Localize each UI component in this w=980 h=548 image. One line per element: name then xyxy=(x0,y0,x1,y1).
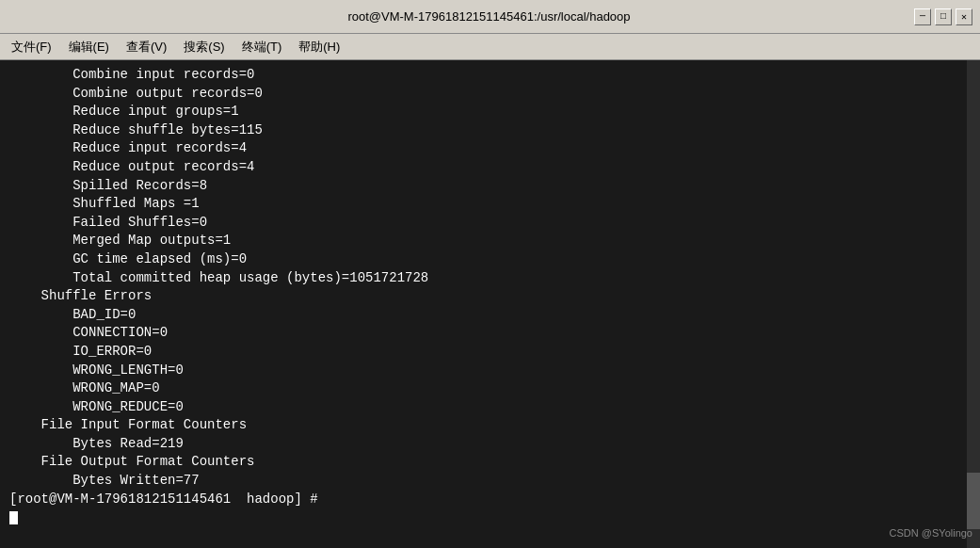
window-controls: ─ □ ✕ xyxy=(914,8,972,25)
menu-edit[interactable]: 编辑(E) xyxy=(61,37,117,57)
menu-bar: 文件(F) 编辑(E) 查看(V) 搜索(S) 终端(T) 帮助(H) xyxy=(0,34,980,60)
terminal-line-11: Total committed heap usage (bytes)=10517… xyxy=(9,269,971,288)
terminal-line-6: Spilled Records=8 xyxy=(9,177,971,196)
minimize-button[interactable]: ─ xyxy=(914,8,931,25)
terminal-line-20: Bytes Read=219 xyxy=(9,435,971,454)
terminal-line-4: Reduce input records=4 xyxy=(9,139,971,158)
terminal-line-8: Failed Shuffles=0 xyxy=(9,214,971,233)
terminal-line-2: Reduce input groups=1 xyxy=(9,103,971,121)
close-button[interactable]: ✕ xyxy=(956,8,972,25)
watermark: CSDN @SYolingo xyxy=(890,526,972,540)
terminal-line-12: Shuffle Errors xyxy=(9,287,971,306)
maximize-button[interactable]: □ xyxy=(935,8,952,25)
menu-search[interactable]: 搜索(S) xyxy=(176,37,232,57)
menu-help[interactable]: 帮助(H) xyxy=(291,37,347,57)
menu-view[interactable]: 查看(V) xyxy=(119,37,174,57)
title-bar: root@VM-M-17961812151145461:/usr/local/h… xyxy=(0,0,980,34)
terminal-line-22: Bytes Written=77 xyxy=(9,472,971,491)
terminal-prompt: [root@VM-M-17961812151145461 hadoop] # xyxy=(9,491,971,509)
terminal-line-21: File Output Format Counters xyxy=(9,453,971,472)
scrollbar-thumb[interactable] xyxy=(967,473,980,529)
terminal-body[interactable]: Combine input records=0 Combine output r… xyxy=(0,60,980,548)
terminal-output: Combine input records=0 Combine output r… xyxy=(9,66,971,491)
menu-file[interactable]: 文件(F) xyxy=(4,37,59,57)
terminal-line-18: WRONG_REDUCE=0 xyxy=(9,398,971,417)
window-title: root@VM-M-17961812151145461:/usr/local/h… xyxy=(64,9,914,24)
terminal-line-3: Reduce shuffle bytes=115 xyxy=(9,121,971,140)
terminal-line-1: Combine output records=0 xyxy=(9,85,971,104)
menu-terminal[interactable]: 终端(T) xyxy=(234,37,290,57)
terminal-line-13: BAD_ID=0 xyxy=(9,306,971,325)
terminal-line-0: Combine input records=0 xyxy=(9,66,971,85)
terminal-line-14: CONNECTION=0 xyxy=(9,324,971,343)
terminal-line-9: Merged Map outputs=1 xyxy=(9,232,971,250)
terminal-line-16: WRONG_LENGTH=0 xyxy=(9,362,971,380)
terminal-line-17: WRONG_MAP=0 xyxy=(9,379,971,398)
terminal-line-5: Reduce output records=4 xyxy=(9,158,971,177)
terminal-prompt-line: [root@VM-M-17961812151145461 hadoop] # xyxy=(9,491,971,527)
terminal-window: root@VM-M-17961812151145461:/usr/local/h… xyxy=(0,0,980,548)
terminal-cursor xyxy=(9,511,18,524)
scrollbar[interactable] xyxy=(967,60,980,548)
terminal-line-10: GC time elapsed (ms)=0 xyxy=(9,250,971,269)
terminal-line-19: File Input Format Counters xyxy=(9,416,971,435)
terminal-line-15: IO_ERROR=0 xyxy=(9,343,971,362)
terminal-line-7: Shuffled Maps =1 xyxy=(9,195,971,214)
